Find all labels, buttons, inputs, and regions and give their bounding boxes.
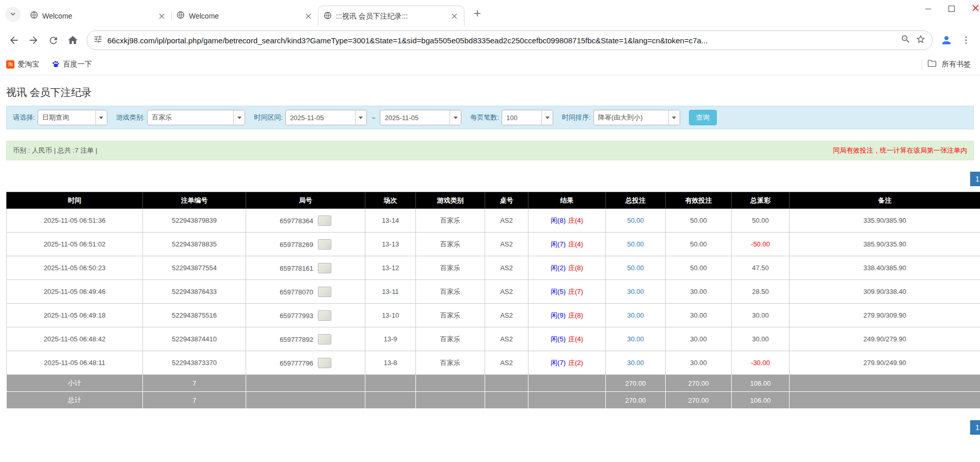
- bookmark-star-icon[interactable]: [915, 34, 926, 46]
- page-title: 视讯 会员下注纪录: [6, 86, 980, 100]
- select-value: 100: [502, 114, 541, 122]
- valid-bet-cell: 50.00: [666, 209, 732, 233]
- date-query-select[interactable]: 日期查询: [38, 110, 107, 125]
- page-content: 视讯 会员下注纪录 请选择: 日期查询 游戏类别: 百家乐 时间区间: 2025…: [0, 86, 980, 435]
- round-cell: 659777993: [246, 304, 365, 327]
- page-button-1[interactable]: 1: [970, 420, 980, 435]
- home-button[interactable]: [63, 30, 83, 50]
- chevron-down-icon: [449, 110, 461, 125]
- close-window-button[interactable]: [963, 0, 980, 18]
- column-header: 注单编号: [143, 192, 246, 209]
- bet-records-table: 时间注单编号局号场次游戏类别桌号结果总投注有效投注总派彩备注 2025-11-0…: [6, 192, 980, 409]
- round-cell: 659778161: [246, 256, 365, 280]
- game-type-cell: 百家乐: [416, 256, 485, 280]
- game-type-cell: 百家乐: [416, 209, 485, 233]
- forward-button[interactable]: [24, 30, 43, 50]
- grand-total-label: 总计: [7, 392, 143, 409]
- browser-tab-bet-records[interactable]: :::视讯 会员下注纪录:::: [318, 6, 464, 26]
- round-detail-icon[interactable]: [318, 358, 331, 368]
- round-detail-icon[interactable]: [318, 216, 331, 226]
- table-row: 2025-11-05 06:49:18522943875516659777993…: [7, 304, 980, 327]
- round-detail-icon[interactable]: [318, 310, 331, 321]
- site-settings-icon[interactable]: [93, 35, 103, 46]
- address-bar[interactable]: 66cxkj98.com/ipl/portal.php/game/betreco…: [87, 30, 933, 50]
- result-cell: 闲(5)庄(4): [528, 327, 606, 351]
- maximize-button[interactable]: [940, 0, 963, 18]
- browser-menu-button[interactable]: [956, 30, 976, 50]
- bookmark-taobao[interactable]: 淘 爱淘宝: [6, 60, 39, 69]
- column-header: 有效投注: [666, 192, 732, 209]
- bet-time-cell: 2025-11-05 06:51:02: [7, 233, 143, 256]
- minimize-button[interactable]: [916, 0, 940, 18]
- empty-cell: [528, 392, 606, 409]
- total-bet-cell: 30.00: [606, 280, 666, 304]
- round-detail-icon[interactable]: [318, 263, 331, 273]
- refresh-button[interactable]: [43, 30, 63, 50]
- round-detail-icon[interactable]: [318, 287, 331, 297]
- total-bet-link[interactable]: 50.00: [627, 217, 644, 224]
- all-bookmarks-label[interactable]: 所有书签: [942, 60, 971, 69]
- profile-avatar[interactable]: [937, 30, 956, 50]
- total-bet-link[interactable]: 30.00: [627, 311, 644, 319]
- bet-time-cell: 2025-11-05 06:48:42: [7, 327, 143, 351]
- valid-bet-cell: 50.00: [666, 233, 732, 256]
- remark-cell: 309.90/338.40: [790, 280, 980, 304]
- browser-tab-welcome-1[interactable]: Welcome: [25, 6, 171, 26]
- zoom-icon[interactable]: [901, 34, 911, 46]
- total-bet-link[interactable]: 50.00: [627, 240, 644, 248]
- tab-search-button[interactable]: [5, 7, 21, 22]
- payout-cell: -30.00: [732, 351, 790, 375]
- total-bet-link[interactable]: 30.00: [627, 288, 644, 295]
- column-header: 时间: [7, 192, 143, 209]
- table-no-cell: AS2: [485, 233, 528, 256]
- minimize-icon: [925, 9, 931, 9]
- result-player: 闲(7): [551, 240, 566, 248]
- bet-time-cell: 2025-11-05 06:48:11: [7, 351, 143, 375]
- empty-cell: [485, 392, 528, 409]
- round-detail-icon[interactable]: [318, 239, 331, 250]
- round-cell: 659778269: [246, 233, 365, 256]
- empty-cell: [365, 375, 416, 392]
- table-no-cell: AS2: [485, 256, 528, 280]
- tab-close-icon[interactable]: [157, 11, 166, 21]
- total-bet-link[interactable]: 50.00: [627, 264, 644, 272]
- url-text[interactable]: 66cxkj98.com/ipl/portal.php/game/betreco…: [107, 36, 896, 45]
- game-type-cell: 百家乐: [416, 280, 485, 304]
- bookmark-baidu[interactable]: 百度一下: [52, 60, 92, 70]
- subtotal-valid-bet: 270.00: [666, 375, 732, 392]
- query-button[interactable]: 查询: [689, 110, 717, 125]
- taobao-icon: 淘: [6, 60, 14, 69]
- tab-close-icon[interactable]: [449, 12, 459, 21]
- date-from-select[interactable]: 2025-11-05: [285, 110, 367, 125]
- tab-close-icon[interactable]: [303, 11, 313, 21]
- chevron-down-icon: [233, 110, 245, 125]
- column-header: 总派彩: [732, 192, 790, 209]
- bet-id-cell: 522943875516: [143, 304, 246, 327]
- payout-cell: 30.00: [732, 304, 790, 327]
- bookmark-label: 百度一下: [63, 60, 92, 69]
- bet-time-cell: 2025-11-05 06:50:23: [7, 256, 143, 280]
- total-bet-link[interactable]: 30.00: [627, 335, 644, 343]
- browser-tab-welcome-2[interactable]: Welcome: [171, 6, 318, 26]
- total-bet-link[interactable]: 30.00: [627, 359, 644, 367]
- new-tab-button[interactable]: [470, 7, 485, 22]
- filter-bar: 请选择: 日期查询 游戏类别: 百家乐 时间区间: 2025-11-05 ~ 2…: [6, 106, 974, 129]
- page-size-select[interactable]: 100: [502, 110, 553, 125]
- round-detail-icon[interactable]: [318, 334, 331, 344]
- column-header: 桌号: [485, 192, 528, 209]
- valid-bet-cell: 30.00: [666, 280, 732, 304]
- grand-total-count: 7: [143, 392, 246, 409]
- session-cell: 13-8: [365, 351, 416, 375]
- back-button[interactable]: [4, 30, 24, 50]
- total-bet-cell: 50.00: [606, 256, 666, 280]
- game-type-select[interactable]: 百家乐: [147, 110, 245, 125]
- empty-cell: [790, 392, 980, 409]
- page-button-1[interactable]: 1: [970, 172, 980, 186]
- date-to-select[interactable]: 2025-11-05: [380, 110, 461, 125]
- sort-order-select[interactable]: 降幂(由大到小): [593, 110, 680, 125]
- table-row: 2025-11-05 06:48:11522943873370659777796…: [7, 351, 980, 375]
- chevron-down-icon: [668, 110, 680, 125]
- table-no-cell: AS2: [485, 304, 528, 327]
- chevron-down-icon: [95, 110, 107, 125]
- bet-time-cell: 2025-11-05 06:49:18: [7, 304, 143, 327]
